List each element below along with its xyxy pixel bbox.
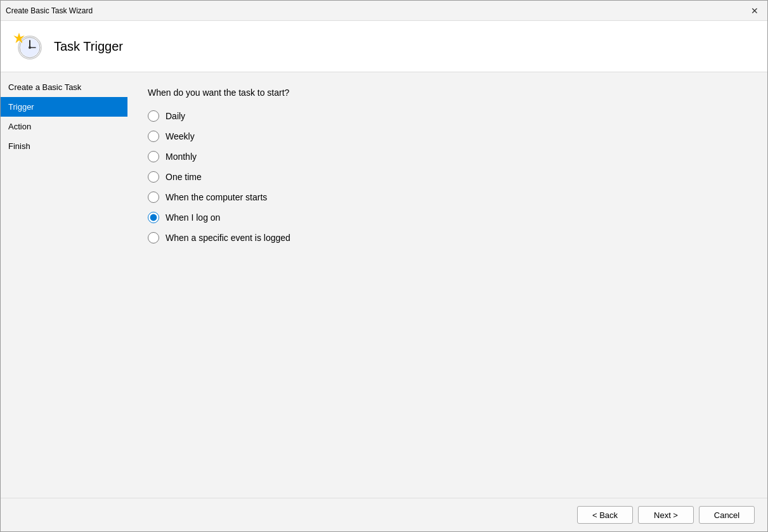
- option-log-on[interactable]: When I log on: [148, 212, 747, 223]
- option-one-time[interactable]: One time: [148, 171, 747, 183]
- footer: < Back Next > Cancel: [1, 498, 767, 531]
- label-specific-event: When a specific event is logged: [166, 233, 290, 243]
- main-content: When do you want the task to start? Dail…: [127, 72, 767, 498]
- sidebar: Create a Basic Task Trigger Action Finis…: [1, 72, 127, 498]
- sidebar-item-action[interactable]: Action: [1, 117, 127, 136]
- sidebar-item-trigger[interactable]: Trigger: [1, 97, 127, 117]
- header-section: Task Trigger: [1, 21, 767, 72]
- sidebar-item-finish[interactable]: Finish: [1, 136, 127, 156]
- label-monthly: Monthly: [166, 152, 197, 162]
- header-title: Task Trigger: [54, 39, 123, 54]
- radio-weekly[interactable]: [148, 131, 159, 142]
- wizard-window: Create Basic Task Wizard ✕ Task Trigger: [0, 0, 768, 532]
- label-weekly: Weekly: [166, 131, 195, 141]
- radio-one-time[interactable]: [148, 171, 159, 183]
- question-text: When do you want the task to start?: [148, 88, 747, 98]
- radio-specific-event[interactable]: [148, 232, 159, 243]
- option-specific-event[interactable]: When a specific event is logged: [148, 232, 747, 243]
- task-icon: [13, 31, 44, 62]
- sidebar-item-create-basic-task[interactable]: Create a Basic Task: [1, 77, 127, 97]
- label-one-time: One time: [166, 172, 202, 182]
- label-daily: Daily: [166, 111, 185, 121]
- content-area: Create a Basic Task Trigger Action Finis…: [1, 72, 767, 498]
- close-button[interactable]: ✕: [747, 3, 762, 18]
- back-button[interactable]: < Back: [577, 506, 633, 524]
- radio-daily[interactable]: [148, 110, 159, 122]
- radio-log-on[interactable]: [148, 212, 159, 223]
- label-computer-starts: When the computer starts: [166, 192, 267, 202]
- svg-point-5: [29, 46, 31, 49]
- radio-monthly[interactable]: [148, 151, 159, 162]
- option-weekly[interactable]: Weekly: [148, 131, 747, 142]
- option-monthly[interactable]: Monthly: [148, 151, 747, 162]
- option-computer-starts[interactable]: When the computer starts: [148, 191, 747, 203]
- label-log-on: When I log on: [166, 212, 220, 223]
- option-daily[interactable]: Daily: [148, 110, 747, 122]
- window-title: Create Basic Task Wizard: [6, 6, 93, 15]
- cancel-button[interactable]: Cancel: [699, 506, 755, 524]
- trigger-options: Daily Weekly Monthly One time When the c: [148, 110, 747, 243]
- title-bar: Create Basic Task Wizard ✕: [1, 1, 767, 21]
- next-button[interactable]: Next >: [638, 506, 694, 524]
- radio-computer-starts[interactable]: [148, 191, 159, 203]
